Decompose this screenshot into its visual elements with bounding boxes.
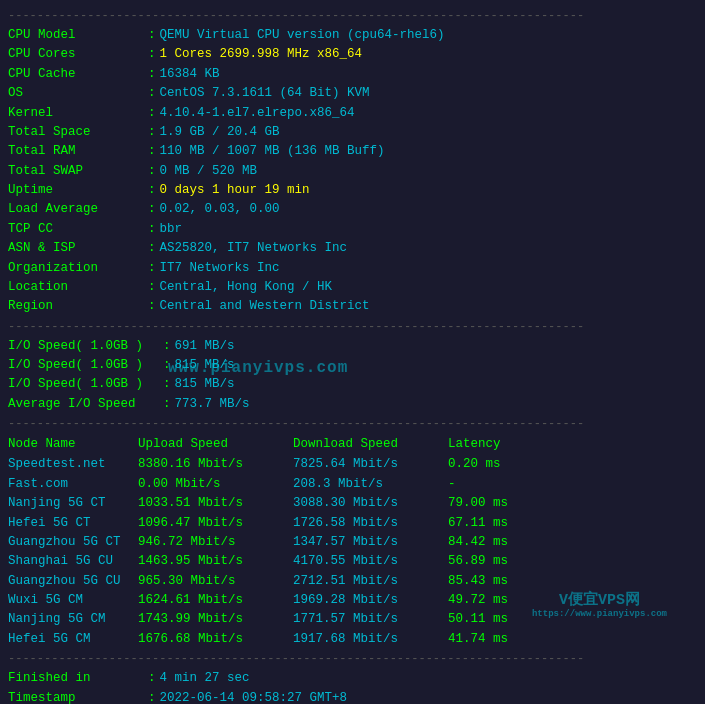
divider-top: ----------------------------------------… [8, 9, 697, 23]
watermark-io: www.pianyivps.com [168, 356, 348, 381]
timestamp-value: 2022-06-14 09:58:27 GMT+8 [160, 689, 348, 705]
location-row: Location : Central, Hong Kong / HK [8, 278, 697, 297]
os-value: CentOS 7.3.1611 (64 Bit) KVM [160, 84, 370, 103]
load-avg-colon: : [148, 200, 156, 219]
net-upload: 1624.61 Mbit/s [138, 591, 293, 610]
net-download: 3088.30 Mbit/s [293, 494, 448, 513]
net-row: Wuxi 5G CM 1624.61 Mbit/s 1969.28 Mbit/s… [8, 591, 697, 610]
cpu-cores-value: 1 Cores 2699.998 MHz x86_64 [160, 45, 363, 64]
cpu-model-colon: : [148, 26, 156, 45]
net-upload: 1676.68 Mbit/s [138, 630, 293, 649]
net-latency: 0.20 ms [448, 455, 501, 474]
os-label: OS [8, 84, 148, 103]
cpu-model-row: CPU Model : QEMU Virtual CPU version (cp… [8, 26, 697, 45]
net-header-row: Node Name Upload Speed Download Speed La… [8, 434, 697, 455]
net-node: Nanjing 5G CM [8, 610, 138, 629]
total-space-colon: : [148, 123, 156, 142]
net-download: 1726.58 Mbit/s [293, 514, 448, 533]
cpu-cache-label: CPU Cache [8, 65, 148, 84]
net-row: Guangzhou 5G CT 946.72 Mbit/s 1347.57 Mb… [8, 533, 697, 552]
net-node: Shanghai 5G CU [8, 552, 138, 571]
net-rows-container: Speedtest.net 8380.16 Mbit/s 7825.64 Mbi… [8, 455, 697, 649]
load-avg-value: 0.02, 0.03, 0.00 [160, 200, 280, 219]
net-latency: 84.42 ms [448, 533, 508, 552]
io-speed3-row: I/O Speed( 1.0GB ) : 815 MB/s [8, 375, 697, 394]
load-avg-row: Load Average : 0.02, 0.03, 0.00 [8, 200, 697, 219]
io-speed2-row: I/O Speed( 1.0GB ) : 815 MB/s www.pianyi… [8, 356, 697, 375]
net-row: Hefei 5G CT 1096.47 Mbit/s 1726.58 Mbit/… [8, 514, 697, 533]
io-speed2-label: I/O Speed( 1.0GB ) [8, 356, 163, 375]
divider-io: ----------------------------------------… [8, 320, 697, 334]
net-node: Hefei 5G CT [8, 514, 138, 533]
net-row: Nanjing 5G CT 1033.51 Mbit/s 3088.30 Mbi… [8, 494, 697, 513]
cpu-cores-colon: : [148, 45, 156, 64]
tcp-cc-colon: : [148, 220, 156, 239]
finished-colon: : [148, 669, 156, 688]
net-download: 4170.55 Mbit/s [293, 552, 448, 571]
net-node: Guangzhou 5G CU [8, 572, 138, 591]
os-row: OS : CentOS 7.3.1611 (64 Bit) KVM [8, 84, 697, 103]
total-ram-colon: : [148, 142, 156, 161]
net-upload: 1743.99 Mbit/s [138, 610, 293, 629]
divider-footer: ----------------------------------------… [8, 652, 697, 666]
tcp-cc-label: TCP CC [8, 220, 148, 239]
location-label: Location [8, 278, 148, 297]
region-label: Region [8, 297, 148, 316]
tcp-cc-row: TCP CC : bbr [8, 220, 697, 239]
uptime-label: Uptime [8, 181, 148, 200]
total-space-label: Total Space [8, 123, 148, 142]
divider-net: ----------------------------------------… [8, 417, 697, 431]
net-upload: 8380.16 Mbit/s [138, 455, 293, 474]
uptime-colon: : [148, 181, 156, 200]
net-header-download: Download Speed [293, 434, 448, 455]
kernel-label: Kernel [8, 104, 148, 123]
net-node: Guangzhou 5G CT [8, 533, 138, 552]
net-header-upload: Upload Speed [138, 434, 293, 455]
io-speed1-label: I/O Speed( 1.0GB ) [8, 337, 163, 356]
net-latency: 85.43 ms [448, 572, 508, 591]
finished-row: Finished in : 4 min 27 sec [8, 669, 697, 688]
io-speed1-row: I/O Speed( 1.0GB ) : 691 MB/s [8, 337, 697, 356]
net-row: Hefei 5G CM 1676.68 Mbit/s 1917.68 Mbit/… [8, 630, 697, 649]
net-row: Fast.com 0.00 Mbit/s 208.3 Mbit/s - [8, 475, 697, 494]
net-header-latency: Latency [448, 434, 501, 455]
location-colon: : [148, 278, 156, 297]
net-latency: 67.11 ms [448, 514, 508, 533]
asn-isp-value: AS25820, IT7 Networks Inc [160, 239, 348, 258]
net-upload: 1463.95 Mbit/s [138, 552, 293, 571]
total-swap-colon: : [148, 162, 156, 181]
io-avg-row: Average I/O Speed : 773.7 MB/s [8, 395, 697, 414]
io-avg-value: 773.7 MB/s [175, 395, 250, 414]
location-value: Central, Hong Kong / HK [160, 278, 333, 297]
net-row: Nanjing 5G CM 1743.99 Mbit/s 1771.57 Mbi… [8, 610, 697, 629]
asn-isp-row: ASN & ISP : AS25820, IT7 Networks Inc [8, 239, 697, 258]
asn-isp-colon: : [148, 239, 156, 258]
total-swap-row: Total SWAP : 0 MB / 520 MB [8, 162, 697, 181]
net-upload: 1033.51 Mbit/s [138, 494, 293, 513]
uptime-value: 0 days 1 hour 19 min [160, 181, 310, 200]
timestamp-label: Timestamp [8, 689, 148, 705]
region-value: Central and Western District [160, 297, 370, 316]
net-latency: 79.00 ms [448, 494, 508, 513]
cpu-cores-row: CPU Cores : 1 Cores 2699.998 MHz x86_64 [8, 45, 697, 64]
net-download: 1771.57 Mbit/s [293, 610, 448, 629]
net-upload: 0.00 Mbit/s [138, 475, 293, 494]
net-download: 1969.28 Mbit/s [293, 591, 448, 610]
load-avg-label: Load Average [8, 200, 148, 219]
net-node: Wuxi 5G CM [8, 591, 138, 610]
io-avg-colon: : [163, 395, 171, 414]
total-swap-value: 0 MB / 520 MB [160, 162, 258, 181]
net-row: Speedtest.net 8380.16 Mbit/s 7825.64 Mbi… [8, 455, 697, 474]
org-value: IT7 Networks Inc [160, 259, 280, 278]
region-row: Region : Central and Western District [8, 297, 697, 316]
footer-section: Finished in : 4 min 27 sec Timestamp : 2… [8, 669, 697, 704]
net-node: Fast.com [8, 475, 138, 494]
io-avg-label: Average I/O Speed [8, 395, 163, 414]
net-latency: 41.74 ms [448, 630, 508, 649]
timestamp-colon: : [148, 689, 156, 705]
cpu-model-value: QEMU Virtual CPU version (cpu64-rhel6) [160, 26, 445, 45]
net-latency: 56.89 ms [448, 552, 508, 571]
io-speed3-label: I/O Speed( 1.0GB ) [8, 375, 163, 394]
org-label: Organization [8, 259, 148, 278]
net-download: 1917.68 Mbit/s [293, 630, 448, 649]
